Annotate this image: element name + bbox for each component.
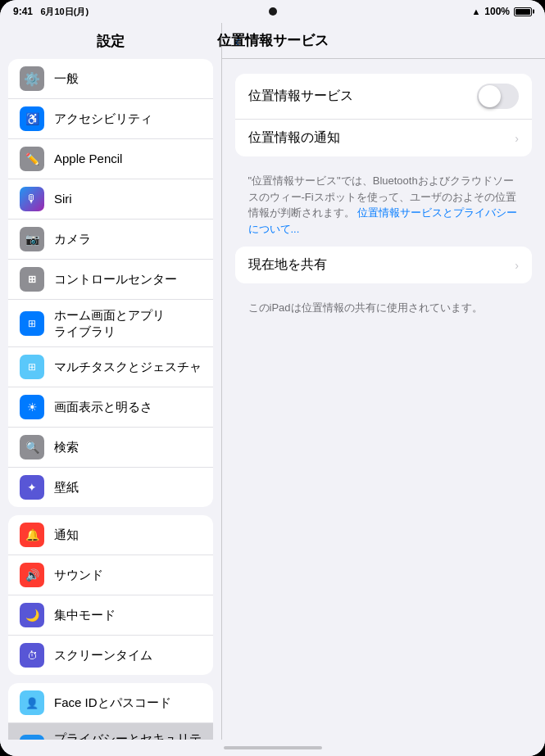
sidebar-item-focus-label: 集中モード	[54, 607, 116, 623]
faceid-icon: 👤	[20, 690, 44, 715]
sidebar-item-search-label: 検索	[54, 439, 79, 455]
sidebar-item-general-label: 一般	[54, 70, 79, 87]
battery-icon	[514, 7, 532, 16]
share-location-label: 現在地を共有	[248, 256, 327, 274]
wifi-icon: ▲	[471, 7, 480, 16]
location-services-toggle[interactable]	[477, 84, 519, 109]
sidebar-item-home-label: ホーム画面とアプリライブラリ	[54, 307, 165, 339]
settings-group-3: 👤 Face IDとパスコード 🖐 プライバシーとセキュリティ	[8, 683, 213, 740]
sidebar-header: 設定	[0, 23, 221, 59]
sidebar-item-general[interactable]: ⚙️ 一般	[8, 59, 213, 99]
sidebar-item-accessibility[interactable]: ♿ アクセシビリティ	[8, 99, 213, 139]
home-indicator	[224, 746, 322, 749]
camera-icon: 📷	[20, 227, 44, 251]
sidebar-item-sound[interactable]: 🔊 サウンド	[8, 555, 213, 595]
battery-percent: 100%	[484, 6, 510, 17]
sidebar-scroll[interactable]: ⚙️ 一般 ♿ アクセシビリティ ✏️ Apple Pencil 🎙 Siri	[0, 59, 221, 740]
status-indicators: ▲ 100%	[471, 6, 532, 17]
display-icon: ☀	[20, 395, 44, 419]
focus-icon: 🌙	[20, 603, 44, 627]
detail-group-share: 現在地を共有 ›	[235, 247, 533, 283]
sidebar-item-screentime-label: スクリーンタイム	[54, 647, 152, 663]
sidebar-item-search[interactable]: 🔍 検索	[8, 428, 213, 468]
toggle-thumb	[479, 85, 501, 107]
detail-pane: ‹ 位置情報サービス 位置情報サービス 位置情報の通知	[222, 23, 546, 740]
chevron-right-icon: ›	[515, 132, 519, 145]
siri-icon: 🎙	[20, 187, 44, 211]
home-icon: ⊞	[20, 311, 44, 336]
location-notification-label: 位置情報の通知	[248, 129, 340, 147]
detail-row-share-location[interactable]: 現在地を共有 ›	[235, 247, 533, 283]
sidebar-item-siri[interactable]: 🎙 Siri	[8, 179, 213, 220]
sidebar-item-sound-label: サウンド	[54, 567, 103, 583]
sidebar-item-screentime[interactable]: ⏱ スクリーンタイム	[8, 636, 213, 675]
sidebar-item-multitask-label: マルチタスクとジェスチャ	[54, 359, 202, 375]
sidebar-item-siri-label: Siri	[54, 191, 72, 207]
sound-icon: 🔊	[20, 563, 44, 587]
multitask-icon: ⊞	[20, 355, 44, 379]
sidebar-item-pencil[interactable]: ✏️ Apple Pencil	[8, 139, 213, 179]
sidebar-item-control-center[interactable]: ⊞ コントロールセンター	[8, 260, 213, 300]
sidebar-item-faceid-label: Face IDとパスコード	[54, 695, 171, 711]
wallpaper-icon: ✦	[20, 475, 44, 500]
detail-row-location-services[interactable]: 位置情報サービス	[235, 74, 533, 120]
sidebar-title: 設定	[97, 32, 125, 51]
search-icon: 🔍	[20, 435, 44, 459]
screentime-icon: ⏱	[20, 643, 44, 668]
home-indicator-bar	[0, 740, 545, 756]
detail-group-location: 位置情報サービス 位置情報の通知 ›	[235, 74, 533, 156]
sidebar-item-faceid[interactable]: 👤 Face IDとパスコード	[8, 683, 213, 723]
pencil-icon: ✏️	[20, 147, 44, 171]
gear-icon: ⚙️	[20, 66, 44, 91]
detail-title: 位置情報サービス	[222, 31, 329, 50]
share-location-subtext: このiPadは位置情報の共有に使用されています。	[235, 293, 533, 326]
status-time: 9:41 6月10日(月)	[13, 6, 89, 18]
sidebar-item-control-center-label: コントロールセンター	[54, 271, 177, 287]
sidebar-item-camera-label: カメラ	[54, 231, 91, 247]
detail-content: 位置情報サービス 位置情報の通知 › "位置情報サービス"では、Blue	[222, 59, 546, 740]
sidebar-item-notification-label: 通知	[54, 527, 79, 543]
location-services-label: 位置情報サービス	[248, 88, 353, 105]
sidebar-item-privacy[interactable]: 🖐 プライバシーとセキュリティ	[8, 723, 213, 740]
sidebar-item-multitask[interactable]: ⊞ マルチタスクとジェスチャ	[8, 347, 213, 387]
notification-icon: 🔔	[20, 523, 44, 547]
accessibility-icon: ♿	[20, 106, 44, 131]
sidebar-item-accessibility-label: アクセシビリティ	[54, 111, 152, 127]
sidebar-item-home[interactable]: ⊞ ホーム画面とアプリライブラリ	[8, 300, 213, 347]
share-location-right: ›	[515, 259, 519, 272]
sidebar-item-camera[interactable]: 📷 カメラ	[8, 220, 213, 260]
detail-row-location-notification[interactable]: 位置情報の通知 ›	[235, 120, 533, 156]
status-bar: 9:41 6月10日(月) ▲ 100%	[0, 0, 545, 23]
share-chevron-icon: ›	[515, 259, 519, 272]
sidebar-item-display[interactable]: ☀ 画面表示と明るさ	[8, 387, 213, 428]
settings-group-2: 🔔 通知 🔊 サウンド 🌙 集中モード ⏱ スクリーンタイム	[8, 515, 213, 675]
sidebar-item-wallpaper-label: 壁紙	[54, 479, 79, 496]
sidebar: 設定 ⚙️ 一般 ♿ アクセシビリティ ✏️ Apple Pencil	[0, 23, 221, 740]
sidebar-item-pencil-label: Apple Pencil	[54, 151, 122, 167]
sidebar-item-focus[interactable]: 🌙 集中モード	[8, 595, 213, 636]
sidebar-item-notification[interactable]: 🔔 通知	[8, 515, 213, 555]
sidebar-item-display-label: 画面表示と明るさ	[54, 399, 152, 415]
location-notification-right: ›	[515, 132, 519, 145]
sidebar-item-wallpaper[interactable]: ✦ 壁紙	[8, 468, 213, 507]
sidebar-item-privacy-label: プライバシーとセキュリティ	[54, 731, 202, 740]
location-info-text: "位置情報サービス"では、Bluetoothおよびクラウドソースのウィー-Fiス…	[235, 166, 533, 247]
settings-group-1: ⚙️ 一般 ♿ アクセシビリティ ✏️ Apple Pencil 🎙 Siri	[8, 59, 213, 507]
control-center-icon: ⊞	[20, 267, 44, 292]
detail-header: ‹ 位置情報サービス	[222, 23, 546, 59]
